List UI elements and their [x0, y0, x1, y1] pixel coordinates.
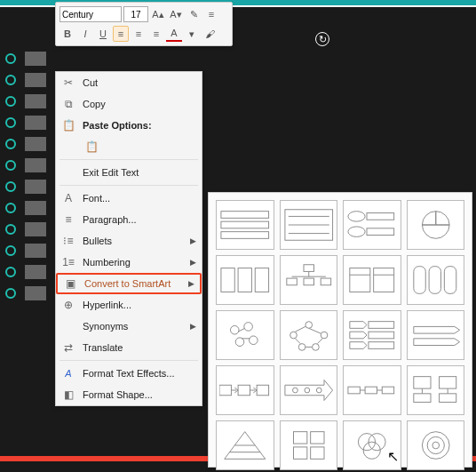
menu-format-text-effects[interactable]: AFormat Text Effects...: [56, 363, 202, 384]
selected-text[interactable]: [25, 286, 46, 300]
smartart-option-vertical-box-list[interactable]: [343, 200, 401, 250]
selected-text[interactable]: [25, 94, 46, 108]
menu-convert-to-smartart[interactable]: ▣Convert to SmartArt▶: [56, 273, 202, 294]
menu-paste-variant[interactable]: 📋: [56, 136, 202, 157]
selected-text[interactable]: [25, 265, 46, 279]
svg-point-35: [312, 344, 319, 351]
selected-text[interactable]: [25, 201, 46, 215]
svg-point-34: [321, 332, 328, 339]
format-shape-icon: ◧: [60, 388, 77, 402]
svg-point-37: [290, 332, 297, 339]
format-painter-button[interactable]: ✎: [186, 6, 202, 22]
smartart-flyout: ▣ More SmartArt Graphics... ↖: [208, 192, 472, 468]
rotate-handle[interactable]: ↻: [315, 32, 329, 46]
svg-rect-62: [293, 447, 306, 459]
submenu-arrow-icon: ▶: [188, 279, 194, 288]
grow-font-button[interactable]: A▴: [150, 6, 166, 22]
menu-font[interactable]: AFont...: [56, 188, 202, 209]
selected-text[interactable]: [25, 158, 46, 172]
svg-point-30: [250, 336, 258, 345]
smartart-option-arrow-ribbon[interactable]: [407, 310, 465, 360]
bullet-icon: [5, 203, 16, 213]
svg-point-7: [348, 212, 365, 222]
align-center-button[interactable]: ≡: [131, 26, 147, 42]
selected-text[interactable]: [25, 222, 46, 236]
smartart-option-horizontal-bullet-list[interactable]: [216, 255, 274, 305]
bullet-icon: [5, 117, 16, 128]
smartart-option-continuous-arrow-process[interactable]: [280, 365, 338, 415]
svg-rect-26: [444, 267, 456, 294]
bullet-icon: [5, 245, 16, 256]
svg-point-45: [304, 388, 309, 393]
align-left-button[interactable]: ≡: [113, 26, 129, 42]
shrink-font-button[interactable]: A▾: [168, 6, 184, 22]
svg-point-68: [427, 436, 444, 453]
context-menu: ✂Cut ⧉Copy 📋Paste Options: 📋 Exit Edit T…: [55, 71, 202, 406]
menu-cut[interactable]: ✂Cut: [56, 72, 202, 93]
selected-text[interactable]: [25, 116, 46, 130]
menu-copy[interactable]: ⧉Copy: [56, 93, 202, 115]
smartart-option-basic-venn[interactable]: [343, 420, 401, 470]
smartart-option-accent-process[interactable]: [343, 365, 401, 415]
smartart-option-basic-process[interactable]: [216, 365, 274, 415]
menu-numbering[interactable]: 1≡Numbering▶: [56, 252, 202, 273]
smartart-option-pyramid[interactable]: [216, 420, 274, 470]
decrease-indent-button[interactable]: ≡: [203, 6, 219, 22]
text-effects-icon: A: [60, 366, 77, 380]
svg-rect-0: [221, 212, 269, 219]
bullet-icon: [5, 75, 16, 85]
selected-text[interactable]: [25, 73, 46, 87]
menu-synonyms[interactable]: Synonyms▶: [56, 316, 202, 337]
svg-rect-55: [439, 394, 456, 403]
menu-bullets[interactable]: ⁝≡Bullets▶: [56, 230, 202, 252]
smartart-option-vertical-bullet-list[interactable]: [280, 200, 338, 250]
menu-exit-edit[interactable]: Exit Edit Text: [56, 162, 202, 183]
menu-paragraph[interactable]: ≡Paragraph...: [56, 209, 202, 230]
svg-rect-54: [413, 394, 430, 403]
cut-icon: ✂: [60, 76, 77, 90]
hyperlink-icon: ⊕: [60, 298, 77, 312]
align-right-button[interactable]: ≡: [148, 26, 164, 42]
svg-rect-42: [238, 385, 250, 396]
bold-button[interactable]: B: [60, 26, 75, 42]
bullet-icon: [5, 267, 16, 277]
smartart-option-vertical-chevron-list[interactable]: [343, 310, 401, 360]
svg-rect-17: [286, 278, 297, 285]
smartart-option-picture-accent-list[interactable]: [407, 365, 465, 415]
smartart-option-basic-target[interactable]: [407, 420, 465, 470]
smartart-option-continuous-cycle[interactable]: [280, 310, 338, 360]
svg-point-33: [305, 322, 312, 329]
bullets-icon: ⁝≡: [60, 234, 77, 248]
copy-icon: ⧉: [60, 97, 77, 111]
svg-point-69: [432, 442, 439, 449]
selected-text[interactable]: [25, 52, 46, 66]
smartart-option-hierarchy[interactable]: [280, 255, 338, 305]
format-painter-icon[interactable]: 🖌: [202, 26, 218, 42]
menu-hyperlink[interactable]: ⊕Hyperlink...: [56, 294, 202, 316]
font-color-button[interactable]: A: [166, 26, 182, 42]
svg-rect-19: [321, 278, 331, 285]
smartart-option-grouped-list[interactable]: [407, 255, 465, 305]
italic-button[interactable]: I: [77, 26, 93, 42]
smartart-option-segmented-process[interactable]: [407, 200, 465, 250]
selected-text[interactable]: [25, 180, 46, 194]
selected-text[interactable]: [25, 137, 46, 151]
font-color-dropdown[interactable]: ▾: [184, 26, 200, 42]
smartart-option-table-list[interactable]: [343, 255, 401, 305]
bullet-icon: [5, 139, 16, 149]
menu-format-shape[interactable]: ◧Format Shape...: [56, 384, 202, 405]
mini-toolbar: A▴ A▾ ✎ ≡ B I U ≡ ≡ ≡ A ▾ 🖌: [55, 2, 233, 46]
translate-icon: ⇄: [60, 340, 77, 355]
selected-text[interactable]: [25, 244, 46, 258]
font-size-select[interactable]: [123, 6, 148, 22]
svg-rect-61: [310, 432, 323, 444]
svg-rect-12: [238, 268, 251, 292]
smartart-option-basic-block-list[interactable]: [216, 200, 274, 250]
smartart-option-radial-cluster[interactable]: [216, 310, 274, 360]
slide-text-box: [5, 52, 60, 308]
svg-rect-18: [304, 278, 314, 285]
smartart-option-matrix[interactable]: [280, 420, 338, 470]
underline-button[interactable]: U: [95, 26, 111, 42]
font-family-select[interactable]: [60, 6, 122, 22]
menu-translate[interactable]: ⇄Translate: [56, 337, 202, 358]
